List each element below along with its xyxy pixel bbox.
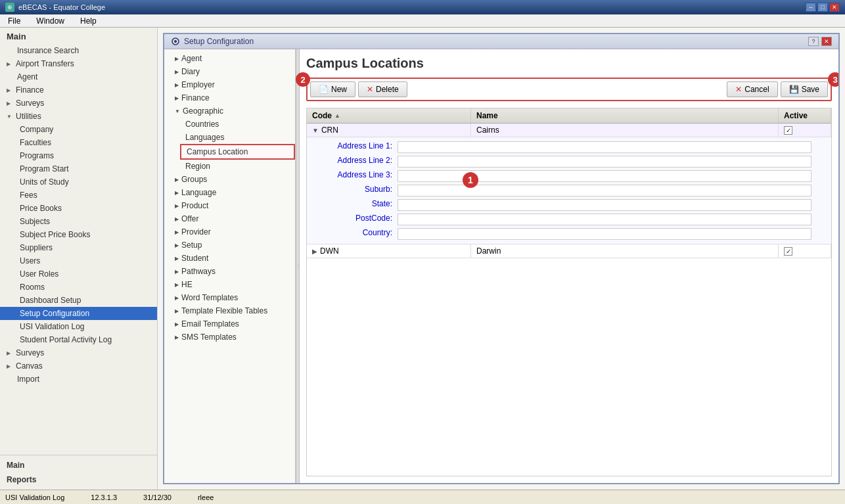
sidebar-item-utilities[interactable]: ▼ Utilities [0, 110, 157, 123]
tree-item-product[interactable]: ▶ Product [164, 199, 295, 212]
suburb-input[interactable] [398, 185, 811, 196]
delete-button[interactable]: ✕ Delete [358, 81, 407, 97]
tree-item-offer[interactable]: ▶ Offer [164, 212, 295, 225]
main-content: 1 Setup Configuration ? ✕ [158, 28, 845, 490]
address2-input[interactable] [398, 156, 811, 168]
cell-code-dwn: ▶ DWN [307, 244, 471, 258]
expand-icon: ▶ [175, 308, 179, 314]
close-window-button[interactable]: ✕ [829, 3, 840, 12]
grid-header: Code ▲ Name Active [307, 108, 831, 124]
tree-item-provider[interactable]: ▶ Provider [164, 225, 295, 239]
sidebar-label: Units of Study [20, 177, 69, 187]
col-header-active: Active [779, 108, 831, 123]
sidebar-item-programs[interactable]: Programs [0, 149, 157, 162]
sidebar-item-subject-price-books[interactable]: Subject Price Books [0, 228, 157, 241]
row-expand-icon: ▶ [312, 248, 317, 255]
expand-icon: ▼ [175, 108, 180, 114]
expand-icon: ▶ [175, 203, 179, 209]
tree-item-geographic[interactable]: ▼ Geographic [164, 104, 295, 118]
save-icon: 💾 [789, 85, 799, 94]
cell-active-crn[interactable] [779, 124, 831, 137]
table-row-crn[interactable]: ▼ CRN Cairns [307, 124, 831, 137]
tree-item-setup[interactable]: ▶ Setup [164, 239, 295, 252]
tree-item-template-flexible-tables[interactable]: ▶ Template Flexible Tables [164, 304, 295, 317]
sidebar-item-suppliers[interactable]: Suppliers [0, 241, 157, 254]
cancel-button[interactable]: ✕ Cancel [727, 81, 777, 97]
status-version: 12.3.1.3 [91, 493, 117, 501]
cell-active-dwn[interactable] [779, 244, 831, 258]
expand-icon: ▶ [7, 101, 13, 106]
tree-item-campus-location[interactable]: Campus Location [180, 144, 295, 160]
sidebar-label: Utilities [16, 112, 41, 121]
tree-item-region[interactable]: Region [180, 160, 295, 173]
sidebar-item-canvas[interactable]: ▶ Canvas [0, 359, 157, 373]
address1-input[interactable] [398, 141, 811, 153]
state-input[interactable] [398, 199, 811, 211]
sidebar-item-fees[interactable]: Fees [0, 189, 157, 202]
menu-help[interactable]: Help [78, 15, 99, 27]
sidebar-item-import[interactable]: Import [0, 373, 157, 386]
sidebar-item-subjects[interactable]: Subjects [0, 215, 157, 228]
sidebar-label: Dashboard Setup [20, 296, 81, 305]
tree-item-email-templates[interactable]: ▶ Email Templates [164, 317, 295, 331]
sidebar-item-agent[interactable]: Agent [0, 70, 157, 83]
tree-item-student[interactable]: ▶ Student [164, 252, 295, 265]
sidebar-label: Canvas [16, 361, 43, 371]
tree-item-agent[interactable]: ▶ Agent [164, 52, 295, 65]
sidebar-label: Fees [20, 191, 37, 200]
config-icon [171, 37, 180, 46]
sidebar-item-insurance-search[interactable]: Insurance Search [0, 44, 157, 57]
menu-window[interactable]: Window [34, 15, 67, 27]
tree-item-word-templates[interactable]: ▶ Word Templates [164, 291, 295, 304]
help-button[interactable]: ? [808, 37, 819, 46]
sidebar-item-surveys[interactable]: ▶ Surveys [0, 97, 157, 110]
sidebar-label: Airport Transfers [16, 59, 74, 68]
expand-icon: ▶ [175, 95, 179, 101]
sidebar-item-surveys2[interactable]: ▶ Surveys [0, 346, 157, 359]
save-button[interactable]: 💾 Save [781, 81, 828, 97]
minimize-button[interactable]: – [806, 3, 816, 12]
tree-item-employer[interactable]: ▶ Employer [164, 78, 295, 91]
tree-item-languages[interactable]: Languages [180, 131, 295, 144]
sidebar-item-users[interactable]: Users [0, 254, 157, 267]
sidebar-bottom-main[interactable]: Main [0, 458, 157, 472]
tree-item-language[interactable]: ▶ Language [164, 186, 295, 199]
active-checkbox-dwn[interactable] [784, 247, 792, 256]
sidebar-item-user-roles[interactable]: User Roles [0, 267, 157, 281]
tree-item-groups[interactable]: ▶ Groups [164, 173, 295, 186]
tree-item-he[interactable]: ▶ HE [164, 278, 295, 291]
maximize-button[interactable]: □ [817, 3, 828, 12]
sidebar-item-faculties[interactable]: Faculties [0, 136, 157, 149]
postcode-input[interactable] [398, 214, 811, 225]
country-input[interactable] [398, 228, 811, 240]
sidebar-list: Insurance Search ▶ Airport Transfers Age… [0, 44, 157, 455]
expand-icon: ▶ [175, 229, 179, 235]
title-bar: ⊕ eBECAS - Equator College – □ ✕ [0, 0, 845, 14]
table-row-dwn[interactable]: ▶ DWN Darwin [307, 244, 831, 258]
sidebar-item-program-start[interactable]: Program Start [0, 162, 157, 175]
tree-item-sms-templates[interactable]: ▶ SMS Templates [164, 331, 295, 344]
sidebar-item-airport-transfers[interactable]: ▶ Airport Transfers [0, 57, 157, 70]
sidebar-item-dashboard-setup[interactable]: Dashboard Setup [0, 294, 157, 307]
sidebar-bottom-reports[interactable]: Reports [0, 472, 157, 487]
sidebar-item-units-of-study[interactable]: Units of Study [0, 175, 157, 189]
tree-item-pathways[interactable]: ▶ Pathways [164, 265, 295, 278]
sidebar-item-setup-configuration[interactable]: Setup Configuration [0, 307, 157, 320]
sidebar-item-rooms[interactable]: Rooms [0, 281, 157, 294]
sidebar-item-finance[interactable]: ▶ Finance [0, 83, 157, 97]
sidebar-item-company[interactable]: Company [0, 123, 157, 136]
new-button[interactable]: 📄 New [310, 81, 355, 97]
sidebar-item-usi-validation-log[interactable]: USI Validation Log [0, 320, 157, 333]
badge-2: 2 [296, 72, 310, 87]
tree-item-diary[interactable]: ▶ Diary [164, 65, 295, 78]
sidebar-label: Student Portal Activity Log [20, 335, 112, 344]
sidebar-item-price-books[interactable]: Price Books [0, 202, 157, 215]
tree-item-countries[interactable]: Countries [180, 118, 295, 131]
tree-item-finance[interactable]: ▶ Finance [164, 91, 295, 104]
active-checkbox-crn[interactable] [784, 126, 792, 135]
tree-geographic-sub: Countries Languages Campus Location Regi… [164, 118, 295, 173]
sidebar-item-student-portal-activity-log[interactable]: Student Portal Activity Log [0, 333, 157, 346]
menu-file[interactable]: File [5, 15, 23, 27]
address3-input[interactable] [398, 170, 811, 182]
close-setup-button[interactable]: ✕ [821, 37, 832, 46]
